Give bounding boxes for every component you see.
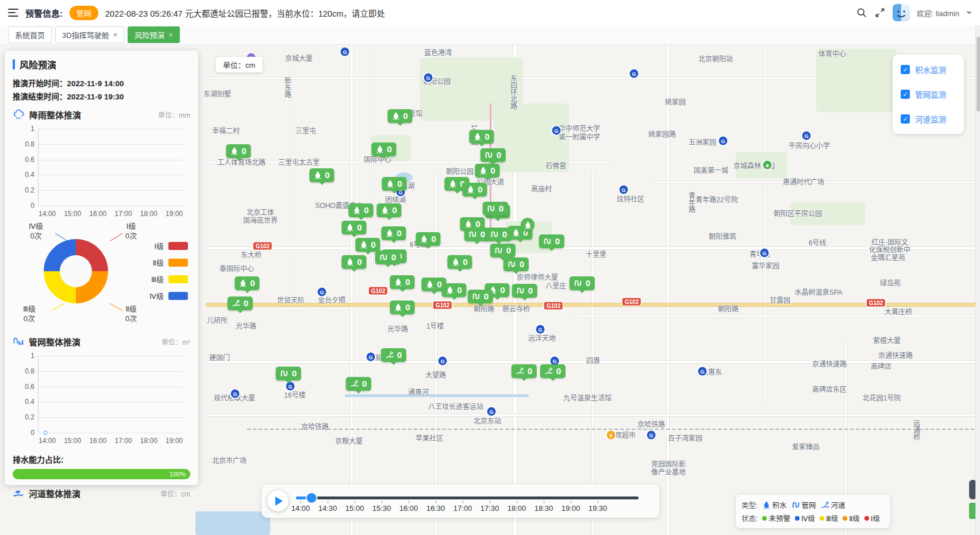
menu-icon[interactable] — [8, 9, 18, 17]
map-poi-icon: G — [719, 137, 728, 145]
x-axis-tick-label: 16:00 — [89, 437, 106, 445]
page-scrollbar[interactable] — [975, 25, 980, 535]
drop-icon — [464, 220, 472, 228]
marker-value: 0 — [586, 278, 590, 288]
marker-river[interactable]: 0 — [228, 297, 253, 310]
marker-pipe[interactable]: 0 — [570, 276, 595, 290]
timeline-panel: 14:0014:3015:0015:3016:0016:3017:0017:30… — [262, 484, 659, 518]
donut-legend-row: Ⅳ级 — [149, 290, 188, 301]
drop-icon — [466, 185, 475, 194]
marker-drop[interactable]: 0 — [416, 232, 440, 246]
marker-pipe[interactable]: 0 — [483, 202, 508, 215]
donut-legend-swatch — [168, 242, 188, 250]
marker-drop[interactable]: 0 — [390, 301, 414, 314]
marker-drop[interactable]: 0 — [469, 130, 494, 144]
marker-pipe[interactable]: 0 — [512, 284, 537, 298]
map-poi-icon: G — [760, 249, 769, 257]
marker-drop[interactable]: 0 — [341, 255, 366, 269]
tab-label: 风险预演 — [134, 29, 164, 40]
map-poi-icon: G — [439, 357, 447, 365]
checkbox-checked-icon[interactable]: ✓ — [901, 114, 910, 124]
drop-icon — [448, 179, 457, 188]
marker-drop[interactable]: 0 — [235, 276, 259, 290]
marker-value: 0 — [241, 146, 246, 156]
pipe-icon — [472, 292, 481, 301]
marker-drop[interactable]: 0 — [371, 143, 396, 156]
map-label: 青年路22号院 — [695, 194, 737, 204]
marker-river[interactable]: 0 — [512, 364, 537, 378]
marker-value: 0 — [250, 278, 255, 288]
scrollbar-thumb[interactable] — [977, 37, 980, 111]
x-axis-tick-label: 15:00 — [64, 210, 81, 218]
map-label: 大黄庄桥 — [885, 306, 912, 316]
marker-drop[interactable]: 0 — [447, 255, 472, 269]
play-button[interactable] — [267, 490, 289, 511]
marker-drop[interactable]: 0 — [376, 203, 401, 217]
tab-2[interactable]: 3D指挥驾驶舱× — [55, 26, 124, 43]
alert-message: 2022-08-23 05:26:47 元大都遗址公园已报警，当前水位：120c… — [105, 7, 385, 19]
tab-close-icon[interactable]: × — [113, 31, 118, 39]
layer-toggle-河道监测[interactable]: ✓河道监测 — [901, 113, 956, 125]
marker-drop[interactable]: 0 — [441, 283, 466, 297]
map-label: 京城大厦 — [285, 53, 313, 63]
water-area — [345, 394, 529, 397]
map-label: 四惠 — [586, 355, 600, 365]
tab-3[interactable]: 风险预演× — [128, 26, 180, 43]
marker-drop[interactable] — [521, 218, 535, 232]
marker-pipe[interactable]: 0 — [481, 148, 506, 162]
map-poi-icon: G — [231, 390, 240, 398]
checkbox-checked-icon[interactable]: ✓ — [901, 90, 910, 99]
user-menu-caret-icon[interactable] — [966, 11, 972, 17]
marker-pipe[interactable]: 0 — [486, 228, 512, 241]
drop-icon — [762, 501, 771, 509]
river-section-title: 河道整体推演 — [29, 487, 80, 499]
marker-river[interactable]: 0 — [346, 377, 371, 391]
chart-gridline — [38, 433, 183, 433]
drop-icon — [473, 132, 482, 141]
x-axis-tick-label: 17:00 — [115, 210, 132, 218]
marker-drop[interactable]: 0 — [355, 238, 380, 252]
marker-drop[interactable]: 0 — [341, 221, 366, 234]
marker-drop[interactable]: 0 — [387, 109, 412, 123]
x-axis-tick-label: 16:00 — [89, 210, 106, 218]
marker-drop[interactable]: 0 — [390, 275, 414, 289]
marker-value: 0 — [506, 245, 511, 255]
map-label: 九号温泉生活馆 — [563, 392, 612, 402]
marker-pipe[interactable]: 0 — [375, 251, 401, 264]
donut-legend-label: Ⅲ级 — [151, 274, 164, 284]
marker-pipe[interactable]: 0 — [539, 234, 564, 248]
marker-drop[interactable]: 0 — [382, 177, 406, 191]
tab-close-icon[interactable]: × — [168, 31, 173, 39]
marker-value: 0 — [405, 302, 410, 312]
marker-pipe[interactable]: 0 — [490, 244, 516, 257]
chart-gridline — [38, 129, 183, 129]
layer-toggle-管网监测[interactable]: ✓管网监测 — [901, 88, 956, 100]
layer-label: 河道监测 — [915, 113, 946, 125]
timeline-track[interactable] — [296, 496, 639, 499]
map-label: 东大桥 — [241, 249, 262, 259]
drop-icon — [352, 206, 361, 214]
marker-pipe[interactable]: 0 — [468, 290, 493, 303]
checkbox-checked-icon[interactable]: ✓ — [901, 65, 910, 74]
marker-river[interactable]: 0 — [540, 364, 566, 378]
marker-drop[interactable]: 0 — [348, 203, 373, 217]
marker-pipe[interactable]: 0 — [504, 257, 529, 271]
fullscreen-icon[interactable] — [874, 7, 886, 18]
y-axis-tick-label: 0.4 — [16, 171, 34, 179]
marker-value: 0 — [484, 291, 489, 301]
layer-toggle-积水监测[interactable]: ✓积水监测 — [901, 64, 956, 75]
rain-chart: 10.80.60.40.2014:0015:0016:0017:0018:001… — [13, 123, 190, 221]
marker-drop[interactable]: 0 — [462, 183, 487, 197]
search-icon[interactable] — [856, 7, 867, 18]
tab-1[interactable]: 系统首页 — [8, 26, 52, 43]
timeline-handle[interactable] — [307, 493, 317, 503]
avatar[interactable] — [893, 4, 910, 21]
marker-drop[interactable]: 0 — [381, 226, 406, 240]
marker-drop[interactable]: 0 — [475, 164, 499, 178]
marker-river[interactable]: 0 — [381, 348, 406, 362]
marker-drop[interactable]: 0 — [309, 168, 334, 182]
marker-pipe[interactable]: 0 — [276, 367, 301, 380]
timeline-tick — [463, 501, 463, 503]
marker-drop[interactable]: 0 — [226, 144, 251, 158]
legend-status-label: Ⅱ级 — [849, 513, 860, 524]
